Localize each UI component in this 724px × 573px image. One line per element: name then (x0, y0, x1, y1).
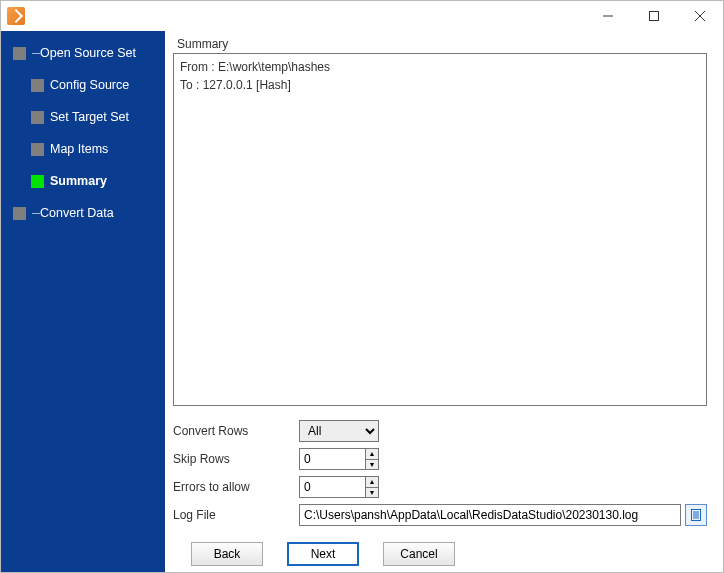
wizard-step[interactable]: Set Target Set (1, 101, 165, 133)
wizard-button-row: Back Next Cancel (173, 542, 707, 566)
window-controls (585, 1, 723, 31)
errors-down-icon[interactable]: ▼ (366, 488, 378, 498)
minimize-button[interactable] (585, 1, 631, 31)
convert-rows-label: Convert Rows (173, 424, 299, 438)
log-file-browse-button[interactable] (685, 504, 707, 526)
step-marker-icon (13, 47, 26, 60)
errors-up-icon[interactable]: ▲ (366, 477, 378, 488)
main-panel: Summary From : E:\work\temp\hashes To : … (165, 31, 723, 573)
wizard-sidebar: Open Source SetConfig SourceSet Target S… (1, 31, 165, 573)
next-button[interactable]: Next (287, 542, 359, 566)
convert-rows-select[interactable]: All (299, 420, 379, 442)
client-area: Open Source SetConfig SourceSet Target S… (1, 31, 723, 573)
maximize-button[interactable] (631, 1, 677, 31)
step-label: Map Items (50, 142, 108, 156)
skip-rows-label: Skip Rows (173, 452, 299, 466)
step-marker-icon (31, 79, 44, 92)
errors-input[interactable] (300, 477, 365, 497)
app-icon (7, 7, 25, 25)
step-label: Summary (50, 174, 107, 188)
cancel-button[interactable]: Cancel (383, 542, 455, 566)
log-file-input[interactable] (299, 504, 681, 526)
step-marker-icon (31, 175, 44, 188)
close-button[interactable] (677, 1, 723, 31)
options-form: Convert Rows All Skip Rows ▲ ▼ Errors to (173, 420, 707, 526)
log-file-label: Log File (173, 508, 299, 522)
step-marker-icon (13, 207, 26, 220)
step-marker-icon (31, 143, 44, 156)
errors-label: Errors to allow (173, 480, 299, 494)
skip-rows-input[interactable] (300, 449, 365, 469)
titlebar-left (7, 7, 25, 25)
back-button[interactable]: Back (191, 542, 263, 566)
errors-spinner[interactable]: ▲ ▼ (299, 476, 379, 498)
step-marker-icon (31, 111, 44, 124)
wizard-step[interactable]: Open Source Set (1, 37, 165, 69)
step-label: Config Source (50, 78, 129, 92)
skip-rows-down-icon[interactable]: ▼ (366, 460, 378, 470)
skip-rows-spinner[interactable]: ▲ ▼ (299, 448, 379, 470)
svg-rect-4 (692, 510, 701, 521)
step-label: Set Target Set (50, 110, 129, 124)
skip-rows-up-icon[interactable]: ▲ (366, 449, 378, 460)
summary-from-line: From : E:\work\temp\hashes (180, 58, 700, 76)
section-title: Summary (173, 37, 707, 53)
titlebar (1, 1, 723, 31)
step-label: Open Source Set (40, 46, 136, 60)
wizard-step[interactable]: Config Source (1, 69, 165, 101)
wizard-step[interactable]: Map Items (1, 133, 165, 165)
step-label: Convert Data (40, 206, 114, 220)
wizard-step[interactable]: Summary (1, 165, 165, 197)
wizard-step[interactable]: Convert Data (1, 197, 165, 229)
svg-rect-1 (650, 12, 659, 21)
document-icon (689, 508, 703, 522)
summary-to-line: To : 127.0.0.1 [Hash] (180, 76, 700, 94)
summary-textarea[interactable]: From : E:\work\temp\hashes To : 127.0.0.… (173, 53, 707, 406)
